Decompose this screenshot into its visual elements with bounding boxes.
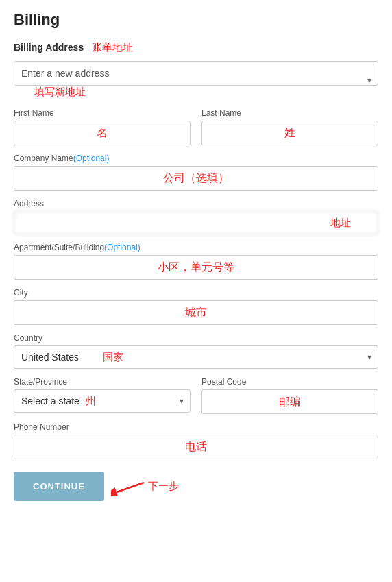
next-step-wrapper: 下一步 (111, 477, 179, 496)
billing-address-label: Billing Address (14, 42, 84, 53)
phone-input[interactable] (14, 435, 378, 459)
address-dropdown[interactable]: Enter a new address (14, 61, 378, 86)
country-select[interactable]: United States (14, 345, 378, 369)
apt-label: Apartment/Suite/Building(Optional) (14, 243, 378, 252)
state-select-wrapper: Select a state 州 ▾ (14, 389, 191, 413)
page-title: Billing (14, 11, 378, 29)
continue-section: CONTINUE 下一步 (14, 472, 378, 501)
phone-group: Phone Number (14, 422, 378, 459)
postal-input[interactable] (201, 389, 378, 414)
state-postal-row: State/Province Select a state 州 ▾ Postal… (14, 377, 378, 422)
state-group: State/Province Select a state 州 ▾ (14, 377, 191, 414)
first-name-group: First Name (14, 108, 191, 145)
next-step-arrow-icon (111, 477, 145, 496)
address-dropdown-wrapper: Enter a new address 填写新地址 ▾ (14, 61, 378, 99)
address-input[interactable] (14, 211, 378, 234)
last-name-label: Last Name (201, 108, 378, 118)
city-group: City (14, 288, 378, 325)
country-select-wrapper: United States 国家 ▾ (14, 345, 378, 369)
last-name-input[interactable] (201, 121, 378, 145)
svg-line-1 (117, 483, 144, 492)
billing-address-section: Billing Address 账单地址 (14, 41, 378, 54)
address-field-wrapper: 地址 (14, 211, 378, 234)
first-name-label: First Name (14, 108, 191, 118)
address-label: Address (14, 199, 378, 208)
company-group: Company Name(Optional) (14, 154, 378, 191)
continue-button[interactable]: CONTINUE (14, 472, 104, 501)
phone-label: Phone Number (14, 422, 378, 432)
state-label: State/Province (14, 377, 191, 387)
city-input[interactable] (14, 300, 378, 325)
postal-group: Postal Code (201, 377, 378, 414)
address-group: Address 地址 (14, 199, 378, 234)
postal-label: Postal Code (201, 377, 378, 387)
last-name-group: Last Name (201, 108, 378, 145)
name-row: First Name Last Name (14, 108, 378, 154)
country-group: Country United States 国家 ▾ (14, 333, 378, 369)
first-name-input[interactable] (14, 121, 191, 145)
apt-group: Apartment/Suite/Building(Optional) (14, 243, 378, 280)
next-step-label: 下一步 (148, 480, 179, 493)
billing-address-cn-label: 账单地址 (92, 41, 133, 53)
company-label: Company Name(Optional) (14, 154, 378, 163)
address-cn-hint: 填写新地址 (34, 86, 86, 97)
city-label: City (14, 288, 378, 298)
state-select[interactable]: Select a state (14, 389, 191, 413)
company-input[interactable] (14, 166, 378, 191)
country-label: Country (14, 333, 378, 343)
apt-input[interactable] (14, 255, 378, 280)
